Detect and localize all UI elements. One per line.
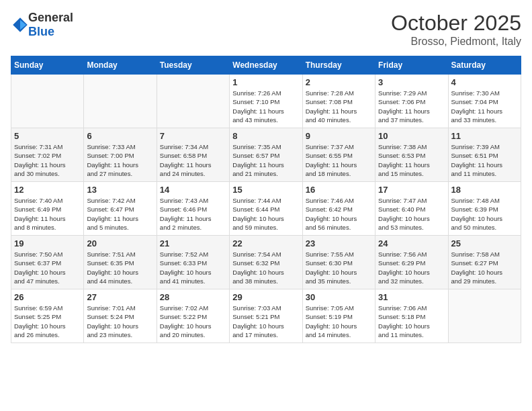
page-header: General Blue October 2025 Brosso, Piedmo… — [11, 11, 521, 48]
day-info: Sunrise: 7:39 AM Sunset: 6:51 PM Dayligh… — [451, 142, 518, 178]
day-number: 18 — [451, 185, 518, 195]
day-number: 10 — [378, 131, 445, 141]
logo-blue: Blue — [28, 25, 54, 38]
day-info: Sunrise: 7:50 AM Sunset: 6:37 PM Dayligh… — [14, 250, 81, 285]
day-info: Sunrise: 7:06 AM Sunset: 5:18 PM Dayligh… — [378, 304, 445, 339]
calendar-week-row: 1Sunrise: 7:26 AM Sunset: 7:10 PM Daylig… — [11, 75, 521, 128]
day-number: 14 — [160, 185, 226, 195]
day-info: Sunrise: 7:52 AM Sunset: 6:33 PM Dayligh… — [160, 250, 226, 285]
day-info: Sunrise: 7:35 AM Sunset: 6:57 PM Dayligh… — [232, 142, 299, 178]
day-info: Sunrise: 7:48 AM Sunset: 6:39 PM Dayligh… — [451, 196, 518, 232]
day-number: 1 — [232, 77, 299, 87]
calendar-day-cell: 20Sunrise: 7:51 AM Sunset: 6:35 PM Dayli… — [84, 236, 157, 289]
calendar-day-cell: 6Sunrise: 7:33 AM Sunset: 7:00 PM Daylig… — [84, 128, 157, 182]
day-number: 5 — [14, 131, 81, 141]
title-block: October 2025 Brosso, Piedmont, Italy — [391, 11, 521, 48]
calendar-header-row: SundayMondayTuesdayWednesdayThursdayFrid… — [11, 56, 521, 75]
calendar-day-cell: 21Sunrise: 7:52 AM Sunset: 6:33 PM Dayli… — [157, 236, 229, 289]
calendar-day-cell — [84, 75, 157, 128]
day-info: Sunrise: 7:47 AM Sunset: 6:40 PM Dayligh… — [378, 196, 445, 232]
calendar-day-cell — [448, 289, 521, 343]
calendar-day-cell: 17Sunrise: 7:47 AM Sunset: 6:40 PM Dayli… — [375, 182, 448, 236]
day-number: 30 — [306, 292, 372, 302]
calendar-day-cell: 30Sunrise: 7:05 AM Sunset: 5:19 PM Dayli… — [302, 289, 375, 343]
calendar-week-row: 5Sunrise: 7:31 AM Sunset: 7:02 PM Daylig… — [11, 128, 521, 182]
calendar-day-cell: 2Sunrise: 7:28 AM Sunset: 7:08 PM Daylig… — [302, 75, 375, 128]
calendar-day-cell: 11Sunrise: 7:39 AM Sunset: 6:51 PM Dayli… — [448, 128, 521, 182]
calendar-day-cell: 24Sunrise: 7:56 AM Sunset: 6:29 PM Dayli… — [375, 236, 448, 289]
day-info: Sunrise: 7:02 AM Sunset: 5:22 PM Dayligh… — [160, 304, 226, 339]
weekday-header: Tuesday — [157, 56, 229, 75]
calendar-week-row: 26Sunrise: 6:59 AM Sunset: 5:25 PM Dayli… — [11, 289, 521, 343]
calendar-day-cell: 29Sunrise: 7:03 AM Sunset: 5:21 PM Dayli… — [230, 289, 302, 343]
day-info: Sunrise: 7:29 AM Sunset: 7:06 PM Dayligh… — [378, 89, 445, 124]
calendar-day-cell: 25Sunrise: 7:58 AM Sunset: 6:27 PM Dayli… — [448, 236, 521, 289]
day-info: Sunrise: 7:28 AM Sunset: 7:08 PM Dayligh… — [306, 89, 372, 124]
calendar-day-cell: 13Sunrise: 7:42 AM Sunset: 6:47 PM Dayli… — [84, 182, 157, 236]
weekday-header: Wednesday — [230, 56, 302, 75]
day-number: 29 — [232, 292, 299, 302]
day-number: 12 — [14, 185, 81, 195]
day-info: Sunrise: 7:31 AM Sunset: 7:02 PM Dayligh… — [14, 142, 81, 178]
day-info: Sunrise: 7:51 AM Sunset: 6:35 PM Dayligh… — [87, 250, 153, 285]
calendar-day-cell: 8Sunrise: 7:35 AM Sunset: 6:57 PM Daylig… — [230, 128, 302, 182]
day-number: 13 — [87, 185, 153, 195]
day-info: Sunrise: 7:43 AM Sunset: 6:46 PM Dayligh… — [160, 196, 226, 232]
calendar-week-row: 12Sunrise: 7:40 AM Sunset: 6:49 PM Dayli… — [11, 182, 521, 236]
day-number: 19 — [14, 238, 81, 248]
day-info: Sunrise: 7:26 AM Sunset: 7:10 PM Dayligh… — [232, 89, 299, 124]
logo-icon — [12, 17, 28, 33]
day-info: Sunrise: 7:55 AM Sunset: 6:30 PM Dayligh… — [306, 250, 372, 285]
calendar-table: SundayMondayTuesdayWednesdayThursdayFrid… — [11, 56, 521, 343]
calendar-day-cell — [11, 75, 84, 128]
calendar-day-cell: 19Sunrise: 7:50 AM Sunset: 6:37 PM Dayli… — [11, 236, 84, 289]
day-number: 7 — [160, 131, 226, 141]
logo: General Blue — [11, 11, 73, 39]
weekday-header: Saturday — [448, 56, 521, 75]
calendar-week-row: 19Sunrise: 7:50 AM Sunset: 6:37 PM Dayli… — [11, 236, 521, 289]
calendar-day-cell: 27Sunrise: 7:01 AM Sunset: 5:24 PM Dayli… — [84, 289, 157, 343]
weekday-header: Sunday — [11, 56, 84, 75]
calendar-day-cell: 9Sunrise: 7:37 AM Sunset: 6:55 PM Daylig… — [302, 128, 375, 182]
day-info: Sunrise: 7:38 AM Sunset: 6:53 PM Dayligh… — [378, 142, 445, 178]
calendar-day-cell: 23Sunrise: 7:55 AM Sunset: 6:30 PM Dayli… — [302, 236, 375, 289]
calendar-day-cell: 12Sunrise: 7:40 AM Sunset: 6:49 PM Dayli… — [11, 182, 84, 236]
day-info: Sunrise: 7:42 AM Sunset: 6:47 PM Dayligh… — [87, 196, 153, 232]
day-number: 11 — [451, 131, 518, 141]
calendar-day-cell: 5Sunrise: 7:31 AM Sunset: 7:02 PM Daylig… — [11, 128, 84, 182]
calendar-day-cell: 1Sunrise: 7:26 AM Sunset: 7:10 PM Daylig… — [230, 75, 302, 128]
calendar-day-cell: 7Sunrise: 7:34 AM Sunset: 6:58 PM Daylig… — [157, 128, 229, 182]
day-number: 25 — [451, 238, 518, 248]
day-number: 4 — [451, 77, 518, 87]
weekday-header: Monday — [84, 56, 157, 75]
day-number: 16 — [306, 185, 372, 195]
day-number: 22 — [232, 238, 299, 248]
day-info: Sunrise: 7:54 AM Sunset: 6:32 PM Dayligh… — [232, 250, 299, 285]
calendar-day-cell: 10Sunrise: 7:38 AM Sunset: 6:53 PM Dayli… — [375, 128, 448, 182]
day-number: 20 — [87, 238, 153, 248]
day-number: 26 — [14, 292, 81, 302]
day-number: 31 — [378, 292, 445, 302]
day-info: Sunrise: 7:34 AM Sunset: 6:58 PM Dayligh… — [160, 142, 226, 178]
day-number: 21 — [160, 238, 226, 248]
day-info: Sunrise: 7:56 AM Sunset: 6:29 PM Dayligh… — [378, 250, 445, 285]
day-info: Sunrise: 7:58 AM Sunset: 6:27 PM Dayligh… — [451, 250, 518, 285]
calendar-day-cell: 15Sunrise: 7:44 AM Sunset: 6:44 PM Dayli… — [230, 182, 302, 236]
day-info: Sunrise: 7:46 AM Sunset: 6:42 PM Dayligh… — [306, 196, 372, 232]
weekday-header: Thursday — [302, 56, 375, 75]
calendar-day-cell: 26Sunrise: 6:59 AM Sunset: 5:25 PM Dayli… — [11, 289, 84, 343]
logo-general: General — [28, 11, 73, 24]
day-number: 9 — [306, 131, 372, 141]
day-number: 8 — [232, 131, 299, 141]
calendar-day-cell: 28Sunrise: 7:02 AM Sunset: 5:22 PM Dayli… — [157, 289, 229, 343]
day-info: Sunrise: 7:37 AM Sunset: 6:55 PM Dayligh… — [306, 142, 372, 178]
day-number: 17 — [378, 185, 445, 195]
calendar-day-cell: 18Sunrise: 7:48 AM Sunset: 6:39 PM Dayli… — [448, 182, 521, 236]
day-number: 28 — [160, 292, 226, 302]
calendar-day-cell: 22Sunrise: 7:54 AM Sunset: 6:32 PM Dayli… — [230, 236, 302, 289]
day-info: Sunrise: 7:33 AM Sunset: 7:00 PM Dayligh… — [87, 142, 153, 178]
day-number: 24 — [378, 238, 445, 248]
day-number: 6 — [87, 131, 153, 141]
day-info: Sunrise: 7:44 AM Sunset: 6:44 PM Dayligh… — [232, 196, 299, 232]
calendar-day-cell: 14Sunrise: 7:43 AM Sunset: 6:46 PM Dayli… — [157, 182, 229, 236]
